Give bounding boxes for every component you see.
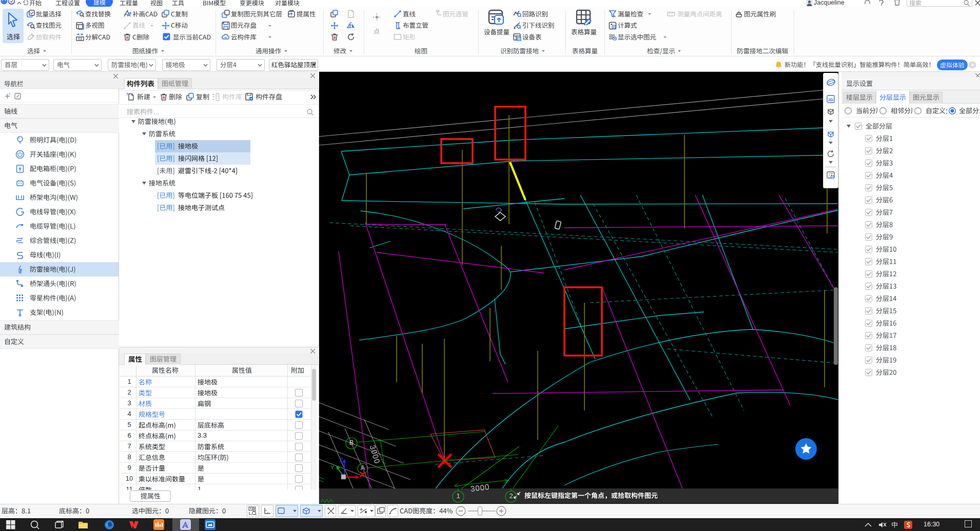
svg-text:2D: 2D: [828, 97, 833, 102]
svg-text:Z: Z: [340, 457, 343, 463]
svg-text:Y: Y: [330, 464, 335, 470]
